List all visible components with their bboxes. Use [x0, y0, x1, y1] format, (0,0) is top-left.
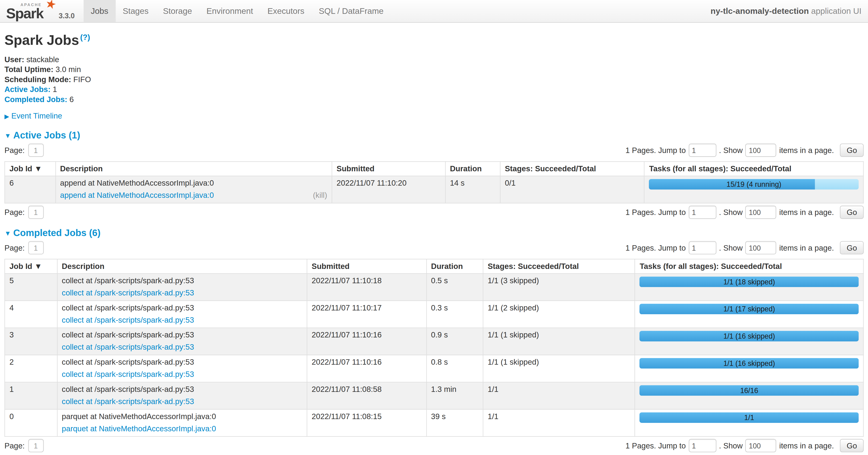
job-description-link[interactable]: collect at /spark-scripts/spark-ad.py:53 [62, 288, 194, 297]
job-id-cell: 0 [5, 409, 57, 436]
job-description-link[interactable]: append at NativeMethodAccessorImpl.java:… [60, 191, 214, 200]
items-per-page-input[interactable] [745, 241, 776, 254]
spark-logo[interactable]: APACHE Spark ★ 3.3.0 [0, 0, 84, 22]
application-title: ny-tlc-anomaly-detection application UI [711, 0, 868, 22]
items-per-page-input[interactable] [745, 205, 776, 219]
items-text: items in a page. [779, 208, 834, 217]
jump-to-page-input[interactable] [688, 439, 716, 452]
kill-link[interactable]: (kill) [313, 191, 327, 200]
job-description-cell: collect at /spark-scripts/spark-ad.py:53… [57, 328, 307, 355]
pages-total-text: 1 Pages. Jump to [625, 146, 686, 154]
tasks-progress-bar: 1/1 [640, 412, 859, 423]
go-button[interactable]: Go [840, 439, 864, 452]
col-header-duration[interactable]: Duration [445, 162, 500, 176]
job-description-cell: collect at /spark-scripts/spark-ad.py:53… [57, 382, 307, 409]
col-header-tasks[interactable]: Tasks (for all stages): Succeeded/Total [644, 162, 863, 176]
tasks-progress-bar: 1/1 (18 skipped) [640, 277, 859, 287]
nav-tabs: Jobs Stages Storage Environment Executor… [84, 0, 391, 22]
show-text: . Show [719, 146, 743, 154]
job-id-cell: 1 [5, 382, 57, 409]
col-header-job-id[interactable]: Job Id ▼ [5, 259, 57, 274]
tab-storage[interactable]: Storage [156, 0, 199, 22]
col-header-duration[interactable]: Duration [426, 259, 483, 274]
job-stages-cell: 0/1 [500, 176, 644, 203]
col-header-description[interactable]: Description [55, 162, 332, 176]
tab-stages[interactable]: Stages [116, 0, 156, 22]
job-tasks-cell: 1/1 (16 skipped) [635, 328, 864, 355]
pagination-bar: Page: 1 Pages. Jump to . Show items in a… [4, 439, 864, 452]
table-row: 1 collect at /spark-scripts/spark-ad.py:… [5, 382, 863, 409]
job-tasks-cell: 1/1 [635, 409, 864, 436]
go-button[interactable]: Go [840, 144, 864, 157]
job-duration-cell: 0.9 s [426, 328, 483, 355]
page-input[interactable] [28, 439, 43, 452]
tasks-progress-bar: 1/1 (17 skipped) [640, 304, 859, 314]
spark-star-icon: ★ [44, 0, 58, 12]
col-header-submitted[interactable]: Submitted [332, 162, 445, 176]
tasks-progress-bar: 1/1 (16 skipped) [640, 331, 859, 341]
page-input[interactable] [28, 241, 43, 254]
tab-sql-dataframe[interactable]: SQL / DataFrame [312, 0, 391, 22]
job-stages-cell: 1/1 (3 skipped) [483, 274, 635, 301]
job-description-link[interactable]: collect at /spark-scripts/spark-ad.py:53 [62, 370, 194, 379]
active-jobs-section-header[interactable]: ▼Active Jobs (1) [4, 130, 864, 141]
col-header-description[interactable]: Description [57, 259, 307, 274]
table-row: 3 collect at /spark-scripts/spark-ad.py:… [5, 328, 863, 355]
summary-active-jobs: Active Jobs: 1 [4, 84, 864, 94]
col-header-tasks[interactable]: Tasks (for all stages): Succeeded/Total [635, 259, 864, 274]
progress-label: 1/1 (18 skipped) [640, 277, 859, 287]
progress-label: 15/19 (4 running) [649, 179, 859, 190]
progress-label: 16/16 [640, 385, 859, 396]
job-description-link[interactable]: collect at /spark-scripts/spark-ad.py:53 [62, 343, 194, 352]
job-description-cell: parquet at NativeMethodAccessorImpl.java… [57, 409, 307, 436]
job-description-link[interactable]: parquet at NativeMethodAccessorImpl.java… [62, 424, 216, 433]
active-jobs-anchor-link[interactable]: Active Jobs: [4, 85, 51, 94]
jump-to-page-input[interactable] [688, 144, 716, 157]
job-description-link[interactable]: collect at /spark-scripts/spark-ad.py:53 [62, 315, 194, 325]
job-stages-cell: 1/1 (2 skipped) [483, 301, 635, 328]
summary-user: User: stackable [4, 54, 864, 64]
page-input[interactable] [28, 144, 43, 157]
jump-to-page-input[interactable] [688, 241, 716, 254]
col-header-job-id[interactable]: Job Id ▼ [5, 162, 55, 176]
spark-logo-mark: APACHE Spark ★ [6, 1, 54, 21]
jump-to-page-input[interactable] [688, 205, 716, 219]
job-description: collect at /spark-scripts/spark-ad.py:53 [62, 303, 302, 313]
items-text: items in a page. [779, 441, 834, 450]
page-label: Page: [4, 243, 25, 252]
job-tasks-cell: 1/1 (17 skipped) [635, 301, 864, 328]
job-submitted-cell: 2022/11/07 11:10:16 [307, 328, 426, 355]
main-content: Spark Jobs(?) User: stackable Total Upti… [0, 32, 868, 452]
table-row: 0 parquet at NativeMethodAccessorImpl.ja… [5, 409, 863, 436]
job-id-cell: 3 [5, 328, 57, 355]
tab-jobs[interactable]: Jobs [84, 0, 115, 22]
col-header-stages[interactable]: Stages: Succeeded/Total [483, 259, 635, 274]
items-per-page-input[interactable] [745, 144, 776, 157]
job-summary-list: User: stackable Total Uptime: 3.0 min Sc… [4, 54, 864, 104]
job-tasks-cell: 16/16 [635, 382, 864, 409]
progress-label: 1/1 (16 skipped) [640, 358, 859, 369]
event-timeline-toggle[interactable]: ▶Event Timeline [4, 111, 864, 121]
job-description-link[interactable]: collect at /spark-scripts/spark-ad.py:53 [62, 397, 194, 406]
table-row: 6 append at NativeMethodAccessorImpl.jav… [5, 176, 863, 203]
completed-jobs-anchor-link[interactable]: Completed Jobs: [4, 95, 67, 104]
pages-total-text: 1 Pages. Jump to [625, 243, 686, 252]
completed-jobs-section-header[interactable]: ▼Completed Jobs (6) [4, 228, 864, 239]
go-button[interactable]: Go [840, 241, 864, 254]
go-button[interactable]: Go [840, 205, 864, 219]
help-link[interactable]: (?) [80, 33, 90, 41]
tab-environment[interactable]: Environment [199, 0, 260, 22]
show-text: . Show [719, 243, 743, 252]
job-duration-cell: 0.5 s [426, 274, 483, 301]
col-header-stages[interactable]: Stages: Succeeded/Total [500, 162, 644, 176]
pagination-bar: Page: 1 Pages. Jump to . Show items in a… [4, 241, 864, 254]
job-submitted-cell: 2022/11/07 11:10:16 [307, 355, 426, 382]
tab-executors[interactable]: Executors [260, 0, 312, 22]
page-input[interactable] [28, 205, 43, 219]
show-text: . Show [719, 208, 743, 217]
application-title-suffix: application UI [811, 6, 862, 16]
page-title-text: Spark Jobs [4, 32, 79, 48]
job-id-cell: 5 [5, 274, 57, 301]
col-header-submitted[interactable]: Submitted [307, 259, 426, 274]
items-per-page-input[interactable] [745, 439, 776, 452]
